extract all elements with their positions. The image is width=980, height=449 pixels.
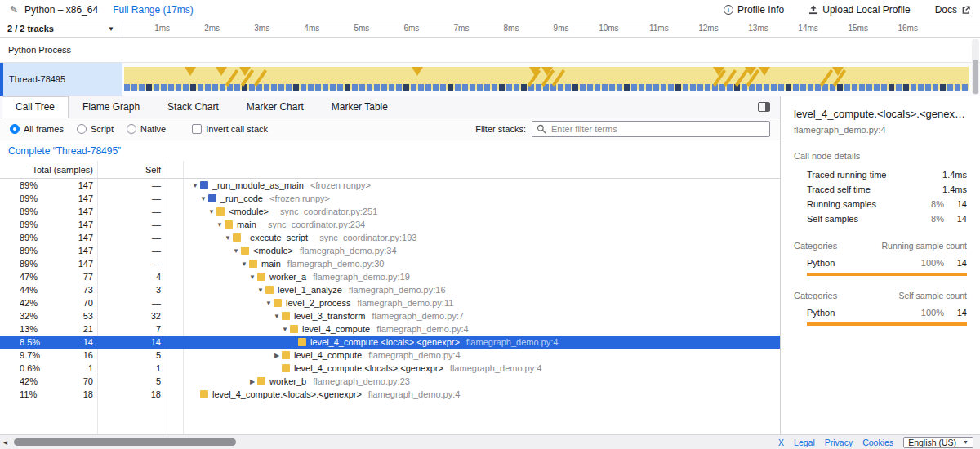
sample-cell[interactable]	[477, 84, 483, 91]
upload-profile-button[interactable]: Upload Local Profile	[808, 4, 910, 16]
sample-cell[interactable]	[727, 84, 733, 91]
sidebar-toggle-icon[interactable]	[758, 102, 770, 112]
collapse-icon[interactable]: ▼	[231, 247, 241, 255]
sample-cell[interactable]	[690, 84, 696, 91]
horizontal-scrollbar-thumb[interactable]	[14, 438, 236, 446]
sample-cell[interactable]	[455, 84, 461, 91]
collapse-icon[interactable]: ▼	[215, 221, 225, 229]
sample-cell[interactable]	[866, 84, 872, 91]
tree-row[interactable]: 42%70—▼level_2_processflamegraph_demo.py…	[0, 296, 780, 309]
sample-cell[interactable]	[271, 84, 277, 91]
tree-row[interactable]: 13%217▼level_4_computeflamegraph_demo.py…	[0, 322, 780, 336]
sample-cell[interactable]	[499, 84, 505, 91]
sample-cell[interactable]	[771, 84, 777, 91]
sample-cell[interactable]	[301, 84, 306, 91]
sample-cell[interactable]	[536, 84, 541, 91]
sample-cell[interactable]	[183, 84, 189, 91]
tree-row[interactable]: 8.5%1414level_4_compute.<locals>.<genexp…	[0, 336, 780, 349]
sample-cell[interactable]	[381, 84, 387, 91]
tree-row[interactable]: 11%1818level_4_compute.<locals>.<genexpr…	[0, 388, 780, 401]
frame-cell[interactable]: ▼main_sync_coordinator.py:234	[184, 220, 780, 229]
sample-cell[interactable]	[874, 84, 880, 91]
sample-cell[interactable]	[756, 84, 762, 91]
sample-cell[interactable]	[234, 84, 240, 91]
tree-row[interactable]: 47%774▼worker_aflamegraph_demo.py:19	[0, 270, 780, 283]
sample-cell[interactable]	[624, 84, 630, 91]
sample-cell[interactable]	[154, 84, 159, 91]
tree-row[interactable]: 89%147—▼_run_code<frozen runpy>	[0, 192, 780, 205]
breadcrumb-root[interactable]: Complete “Thread-78495”	[8, 145, 121, 157]
scroll-left-arrow-icon[interactable]: ◂	[3, 438, 7, 447]
tree-row[interactable]: 89%147—▼_run_module_as_main<frozen runpy…	[0, 179, 780, 192]
frame-cell[interactable]: ▼_run_module_as_main<frozen runpy>	[184, 180, 780, 190]
collapse-icon[interactable]: ▼	[223, 234, 233, 242]
frame-cell[interactable]: ▼worker_aflamegraph_demo.py:19	[184, 272, 780, 282]
sample-cell[interactable]	[705, 84, 710, 91]
sample-cell[interactable]	[778, 84, 784, 91]
thread-track[interactable]	[122, 63, 980, 96]
sample-cell[interactable]	[396, 84, 402, 91]
profile-info-button[interactable]: i Profile Info	[724, 4, 784, 16]
sample-cell[interactable]	[198, 84, 203, 91]
sample-cell[interactable]	[440, 84, 446, 91]
sample-cell[interactable]	[506, 84, 512, 91]
docs-link[interactable]: Docs	[935, 4, 970, 16]
marker-triangle-icon[interactable]	[185, 67, 196, 76]
sample-cell[interactable]	[675, 84, 681, 91]
tree-row[interactable]: 32%5332▼level_3_transformflamegraph_demo…	[0, 309, 780, 322]
frame-cell[interactable]: ▼level_1_analyzeflamegraph_demo.py:16	[184, 285, 780, 295]
sample-cell[interactable]	[521, 84, 527, 91]
tree-row[interactable]: 44%733▼level_1_analyzeflamegraph_demo.py…	[0, 283, 780, 296]
frame-cell[interactable]: ▼<module>flamegraph_demo.py:34	[184, 246, 780, 256]
sample-cell[interactable]	[315, 84, 321, 91]
footer-link-x[interactable]: X	[778, 438, 784, 447]
marker-triangle-icon[interactable]	[412, 67, 423, 76]
collapse-icon[interactable]: ▼	[198, 195, 208, 202]
sample-cell[interactable]	[808, 84, 813, 91]
sample-cell[interactable]	[572, 84, 578, 91]
sample-cell[interactable]	[205, 84, 211, 91]
filter-input[interactable]	[532, 121, 770, 137]
marker-triangle-icon[interactable]	[216, 67, 227, 76]
sample-cell[interactable]	[962, 84, 968, 91]
frame-cell[interactable]: ▼<module>_sync_coordinator.py:251	[184, 207, 780, 216]
tree-row[interactable]: 42%705▶worker_bflamegraph_demo.py:23	[0, 375, 780, 388]
sample-cell[interactable]	[278, 84, 284, 91]
sample-cell[interactable]	[697, 84, 703, 91]
collapse-icon[interactable]: ▼	[272, 313, 282, 320]
collapse-icon[interactable]: ▼	[207, 208, 216, 216]
timeline-vertical-scrollbar[interactable]	[972, 39, 979, 95]
sample-cell[interactable]	[609, 84, 615, 91]
sample-cell[interactable]	[661, 84, 666, 91]
sample-cell[interactable]	[124, 84, 130, 91]
sample-cell[interactable]	[146, 84, 152, 91]
column-header-self[interactable]: Self	[98, 165, 167, 175]
sample-cell[interactable]	[264, 84, 270, 91]
sample-cell[interactable]	[947, 84, 953, 91]
frame-cell[interactable]: level_4_compute.<locals>.<genexpr>flameg…	[184, 363, 780, 373]
sample-cell[interactable]	[940, 84, 946, 91]
sample-cell[interactable]	[558, 84, 564, 91]
sample-cell[interactable]	[212, 84, 218, 91]
expand-icon[interactable]: ▶	[272, 352, 282, 359]
sample-cell[interactable]	[367, 84, 372, 91]
vertical-scrollbar-thumb[interactable]	[973, 60, 978, 94]
collapse-icon[interactable]: ▼	[280, 326, 290, 333]
sample-cell[interactable]	[418, 84, 424, 91]
full-range-link[interactable]: Full Range (17ms)	[113, 4, 194, 16]
sample-cell[interactable]	[911, 84, 916, 91]
sample-cell[interactable]	[646, 84, 652, 91]
sample-cell[interactable]	[168, 84, 174, 91]
sample-cell[interactable]	[903, 84, 909, 91]
frame-cell[interactable]: ▶level_4_computeflamegraph_demo.py:4	[184, 350, 780, 360]
sample-cell[interactable]	[631, 84, 637, 91]
frame-cell[interactable]: ▼_execute_script_sync_coordinator.py:193	[184, 233, 780, 242]
sample-cell[interactable]	[668, 84, 674, 91]
frame-cell[interactable]: ▼level_3_transformflamegraph_demo.py:7	[184, 311, 780, 321]
sample-cell[interactable]	[220, 84, 225, 91]
column-header-total[interactable]: Total (samples)	[0, 165, 98, 175]
sample-cell[interactable]	[470, 84, 475, 91]
sample-cell[interactable]	[448, 84, 453, 91]
sample-cell[interactable]	[345, 84, 350, 91]
sample-cell[interactable]	[852, 84, 858, 91]
